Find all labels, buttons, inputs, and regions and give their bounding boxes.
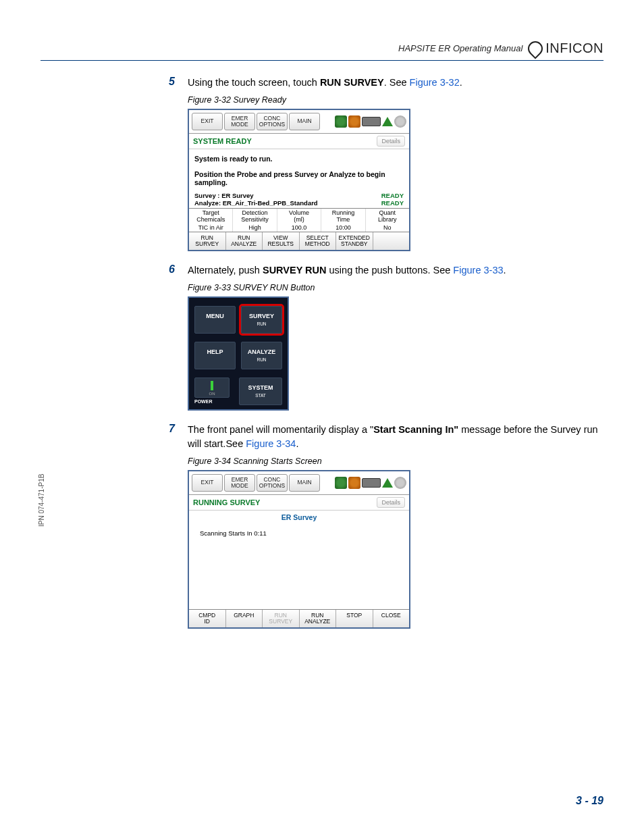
exit-button[interactable]: EXIT (192, 474, 223, 492)
page-number: 3 - 19 (576, 795, 603, 807)
th-volume: Volume(ml) (277, 209, 321, 224)
run-analyze-button[interactable]: RUNANALYZE (226, 232, 263, 250)
ss-toolbar: EXIT EMERMODE CONCOPTIONS MAIN (189, 110, 409, 134)
countdown-area: Scanning Starts In 0:11 (189, 524, 409, 609)
td-target: TIC in Air (189, 224, 233, 232)
status-triangle-icon (382, 478, 393, 488)
gear-icon[interactable] (394, 477, 406, 489)
help-hw-button[interactable]: HELP (194, 342, 236, 369)
figure-3-32-screenshot: EXIT EMERMODE CONCOPTIONS MAIN SYSTEM RE… (188, 109, 410, 251)
th-quant: QuantLibrary (366, 209, 409, 224)
survey-run-hw-button[interactable]: SURVEY RUN (241, 306, 282, 334)
brand-logo: INFICON (528, 41, 603, 56)
figure-3-34-screenshot: EXIT EMERMODE CONCOPTIONS MAIN RUNNING S… (188, 470, 410, 629)
status-text: SYSTEM READY (193, 137, 252, 145)
run-survey-button[interactable]: RUNSURVEY (189, 232, 226, 250)
brand-text: INFICON (545, 41, 603, 56)
analyze-ready: READY (381, 199, 404, 207)
figure-3-34-caption: Figure 3-34 Scanning Starts Screen (188, 457, 603, 466)
power-led-icon (211, 381, 213, 390)
link-fig-3-32[interactable]: Figure 3-32 (410, 77, 460, 88)
main-button[interactable]: MAIN (289, 474, 320, 492)
survey-label: Survey : ER Survey (194, 192, 254, 199)
th-detection: DetectionSensitivity (233, 209, 277, 224)
status-bar: RUNNING SURVEY Details (189, 495, 409, 511)
emer-mode-button[interactable]: EMERMODE (224, 113, 255, 130)
figure-3-33-panel: MENU SURVEY RUN HELP ANALYZE RUN ON (188, 296, 289, 411)
analyze-run-hw-button[interactable]: ANALYZE RUN (241, 342, 282, 369)
survey-title: ER Survey (189, 511, 409, 524)
graph-button[interactable]: GRAPH (226, 610, 263, 627)
link-fig-3-33[interactable]: Figure 3-33 (453, 265, 503, 276)
info-icon[interactable] (348, 477, 360, 489)
view-results-button[interactable]: VIEWRESULTS (263, 232, 300, 250)
ss-toolbar: EXIT EMERMODE CONCOPTIONS MAIN (189, 471, 409, 495)
figure-3-32-caption: Figure 3-32 Survey Ready (188, 95, 603, 105)
blank-button (373, 232, 410, 250)
page-header: HAPSITE ER Operating Manual INFICON (41, 41, 603, 61)
power-label: POWER (194, 399, 234, 404)
figure-3-33-caption: Figure 3-33 SURVEY RUN Button (188, 283, 603, 292)
details-button[interactable]: Details (377, 497, 405, 508)
survey-ready: READY (381, 192, 404, 199)
status-bar: SYSTEM READY Details (189, 134, 409, 149)
td-volume: 100.0 (277, 224, 321, 232)
run-survey-button: RUNSURVEY (263, 610, 300, 627)
battery-icon (362, 117, 381, 126)
step-5: 5 Using the touch screen, touch RUN SURV… (169, 76, 603, 90)
td-detection: High (233, 224, 277, 232)
step-text: Alternately, push SURVEY RUN using the p… (188, 263, 506, 278)
system-stat-hw-button[interactable]: SYSTEM STAT (239, 377, 282, 405)
status-triangle-icon (382, 117, 393, 126)
extended-standby-button[interactable]: EXTENDEDSTANDBY (336, 232, 373, 250)
help-icon[interactable] (335, 115, 347, 128)
analyze-label: Analyze: ER_Air_Tri-Bed_PPB_Standard (194, 199, 318, 207)
td-quant: No (366, 224, 409, 232)
params-table: TargetChemicals DetectionSensitivity Vol… (189, 208, 409, 232)
exit-button[interactable]: EXIT (192, 113, 223, 130)
gear-icon[interactable] (394, 115, 406, 128)
conc-options-button[interactable]: CONCOPTIONS (257, 474, 288, 492)
bottom-buttons: RUNSURVEY RUNANALYZE VIEWRESULTS SELECTM… (189, 232, 409, 250)
main-button[interactable]: MAIN (289, 113, 320, 130)
help-icon[interactable] (335, 477, 347, 489)
th-time: RunningTime (321, 209, 365, 224)
step-text: The front panel will momentarily display… (188, 423, 603, 451)
battery-icon (362, 478, 381, 488)
step-number: 7 (169, 423, 188, 451)
menu-hw-button[interactable]: MENU (194, 306, 236, 334)
ready-message: System is ready to run. (194, 155, 404, 163)
td-time: 10:00 (321, 224, 365, 232)
th-target: TargetChemicals (189, 209, 233, 224)
emer-mode-button[interactable]: EMERMODE (224, 474, 255, 492)
run-analyze-button[interactable]: RUNANALYZE (300, 610, 337, 627)
countdown-text: Scanning Starts In 0:11 (200, 529, 267, 537)
conc-options-button[interactable]: CONCOPTIONS (257, 113, 288, 130)
power-on-hw-button[interactable]: ON (194, 377, 230, 398)
step-6: 6 Alternately, push SURVEY RUN using the… (169, 263, 603, 278)
bottom-buttons: CMPDID GRAPH RUNSURVEY RUNANALYZE STOP C… (189, 609, 409, 627)
status-text: RUNNING SURVEY (193, 498, 260, 506)
ss-body: System is ready to run. Position the Pro… (189, 149, 409, 192)
close-button[interactable]: CLOSE (373, 610, 410, 627)
instruction-message: Position the Probe and press Survey or A… (194, 170, 404, 186)
link-fig-3-34[interactable]: Figure 3-34 (246, 438, 296, 449)
step-number: 5 (169, 76, 188, 90)
stop-button[interactable]: STOP (336, 610, 373, 627)
cmpd-id-button[interactable]: CMPDID (189, 610, 226, 627)
details-button[interactable]: Details (377, 136, 405, 147)
select-method-button[interactable]: SELECTMETHOD (300, 232, 337, 250)
step-7: 7 The front panel will momentarily displ… (169, 423, 603, 451)
step-number: 6 (169, 263, 188, 278)
manual-title: HAPSITE ER Operating Manual (398, 43, 522, 53)
logo-icon (525, 38, 546, 59)
side-ipn: IPN 074-471-P1B (38, 474, 45, 527)
info-icon[interactable] (348, 115, 360, 128)
step-text: Using the touch screen, touch RUN SURVEY… (188, 76, 462, 90)
